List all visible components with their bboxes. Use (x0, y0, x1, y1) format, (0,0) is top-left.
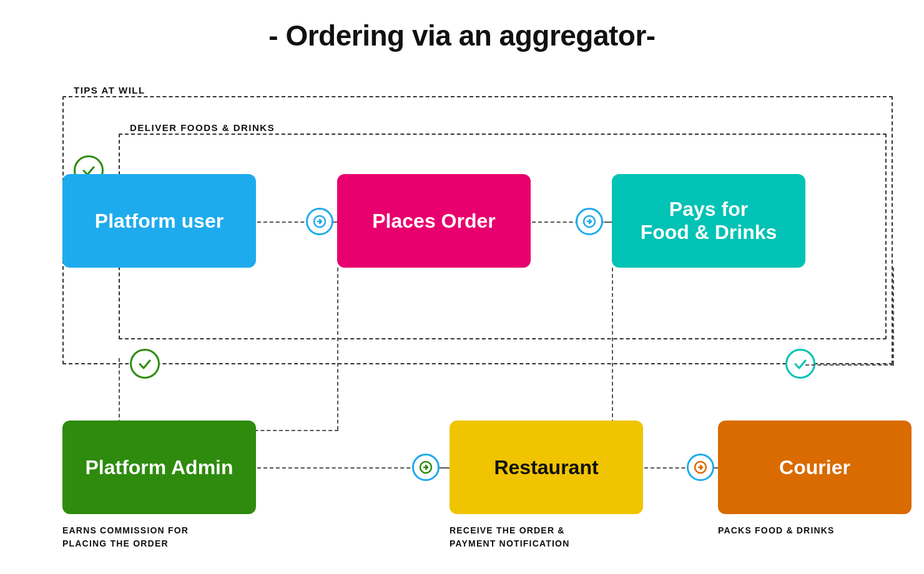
card-platform-user: Platform user (62, 174, 256, 268)
card-restaurant: Restaurant (450, 421, 643, 514)
card-places-order-label: Places Order (372, 210, 495, 233)
label-receive-order: RECEIVE THE ORDER & PAYMENT NOTIFICATION (450, 524, 570, 550)
card-platform-admin: Platform Admin (62, 421, 256, 514)
arrow-3 (412, 454, 440, 481)
card-places-order: Places Order (337, 174, 531, 268)
page: - Ordering via an aggregator- TIPS AT WI… (0, 0, 924, 574)
arrow-2 (576, 208, 603, 235)
h-line-right-bottom (805, 364, 894, 366)
card-courier-label: Courier (779, 456, 850, 479)
v-line-left (119, 358, 120, 430)
deliver-label: DELIVER FOODS & DRINKS (130, 122, 275, 133)
card-platform-user-label: Platform user (95, 210, 224, 233)
check-circle-admin (130, 349, 160, 379)
card-pays-food: Pays for Food & Drinks (612, 174, 805, 268)
card-platform-admin-label: Platform Admin (85, 456, 233, 479)
check-circle-courier (785, 349, 815, 379)
arrow-4 (687, 454, 714, 481)
card-courier: Courier (718, 421, 912, 514)
v-line-places (337, 268, 338, 430)
arrow-1 (306, 208, 333, 235)
page-title: - Ordering via an aggregator- (37, 19, 887, 52)
tips-label: TIPS AT WILL (74, 85, 145, 95)
label-earns-commission: EARNS COMMISSION FOR PLACING THE ORDER (62, 524, 189, 550)
arrow-line-3b (441, 467, 450, 469)
v-line-pays (612, 268, 613, 430)
diagram-area: TIPS AT WILL DELIVER FOODS & DRINKS Plat… (37, 71, 887, 558)
label-packs-food: PACKS FOOD & DRINKS (718, 524, 835, 537)
card-pays-food-label: Pays for Food & Drinks (641, 198, 777, 244)
v-line-right (893, 268, 894, 364)
card-restaurant-label: Restaurant (494, 456, 598, 479)
